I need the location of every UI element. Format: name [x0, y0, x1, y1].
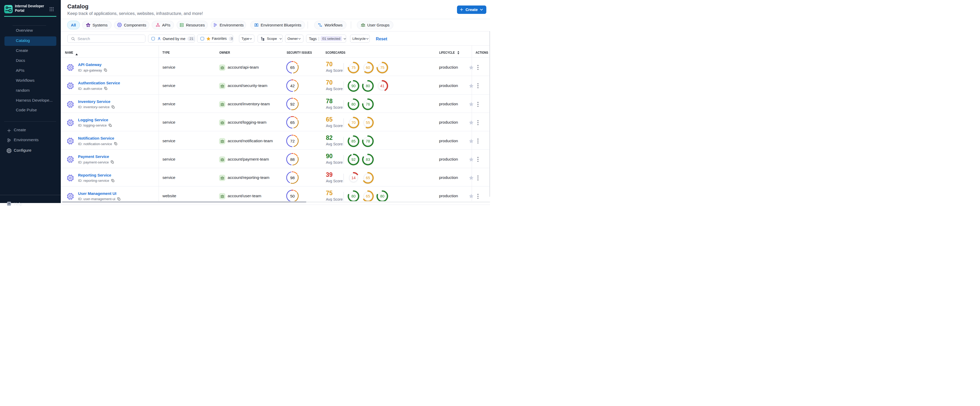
svg-text:92: 92 — [352, 157, 356, 162]
svg-text:78: 78 — [366, 139, 370, 143]
svg-text:80: 80 — [380, 194, 384, 198]
svg-text:72: 72 — [290, 138, 295, 143]
svg-text:85: 85 — [352, 139, 356, 143]
svg-text:65: 65 — [366, 176, 370, 180]
svg-text:88: 88 — [290, 157, 295, 161]
svg-text:42: 42 — [290, 83, 295, 88]
svg-text:70: 70 — [352, 121, 356, 125]
svg-text:65: 65 — [290, 65, 295, 70]
svg-text:14: 14 — [352, 176, 356, 180]
svg-text:75: 75 — [380, 65, 384, 70]
svg-text:?: ? — [8, 202, 10, 203]
svg-text:80: 80 — [352, 194, 356, 198]
svg-text:80: 80 — [366, 84, 370, 88]
svg-text:55: 55 — [366, 121, 370, 125]
svg-text:A: A — [256, 24, 257, 26]
svg-text:41: 41 — [380, 84, 384, 88]
svg-text:98: 98 — [290, 176, 295, 180]
svg-text:80: 80 — [352, 102, 356, 106]
svg-text:92: 92 — [290, 102, 295, 106]
svg-text:65: 65 — [290, 120, 295, 125]
svg-text:60: 60 — [366, 65, 370, 70]
svg-text:83: 83 — [366, 157, 370, 162]
svg-text:65: 65 — [366, 194, 370, 198]
svg-text:76: 76 — [366, 102, 370, 106]
svg-text:75: 75 — [352, 65, 356, 70]
svg-text:90: 90 — [352, 84, 356, 88]
svg-text:50: 50 — [290, 194, 295, 198]
